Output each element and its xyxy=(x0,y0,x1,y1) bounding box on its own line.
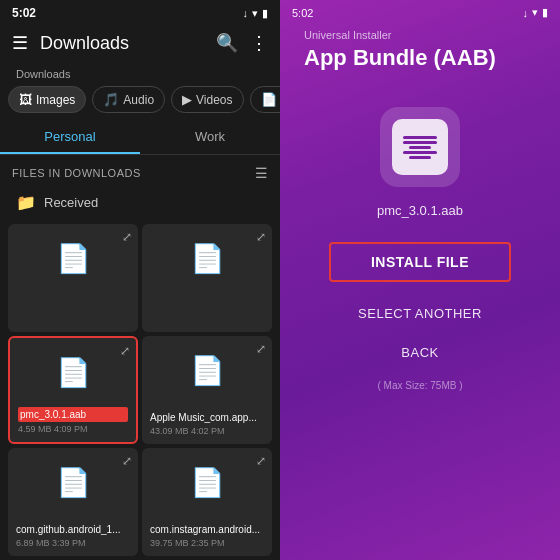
category-tab-audio[interactable]: 🎵 Audio xyxy=(92,86,165,113)
files-grid: ⤢ 📄 ⤢ 📄 ⤢ 📄 pmc_3.0.1.aab 4.59 MB 4:09 P… xyxy=(0,220,280,560)
file-doc-icon-2: 📄 xyxy=(150,242,264,275)
icon-line-1 xyxy=(403,136,437,139)
app-file-name: pmc_3.0.1.aab xyxy=(377,203,463,218)
right-signal-icon: ▮ xyxy=(542,6,548,19)
category-tab-documents[interactable]: 📄 Documents xyxy=(250,86,280,113)
file-doc-icon-1: 📄 xyxy=(16,242,130,275)
max-size-label: ( Max Size: 75MB ) xyxy=(377,380,462,391)
file-item-2[interactable]: ⤢ 📄 xyxy=(142,224,272,332)
right-panel: 5:02 ↓ ▾ ▮ Universal Installer App Bundl… xyxy=(280,0,560,560)
left-signal-icon: ▮ xyxy=(262,7,268,20)
file-doc-icon-5: 📄 xyxy=(16,466,130,499)
file-item-1[interactable]: ⤢ 📄 xyxy=(8,224,138,332)
file-item-pmc[interactable]: ⤢ 📄 pmc_3.0.1.aab 4.59 MB 4:09 PM xyxy=(8,336,138,444)
right-status-bar: 5:02 ↓ ▾ ▮ xyxy=(280,0,560,23)
icon-line-5 xyxy=(409,156,431,159)
left-wifi-icon: ▾ xyxy=(252,7,258,20)
left-status-icons: ↓ ▾ ▮ xyxy=(243,7,269,20)
left-status-bar: 5:02 ↓ ▾ ▮ xyxy=(0,0,280,24)
right-status-icons: ↓ ▾ ▮ xyxy=(523,6,549,19)
videos-tab-label: Videos xyxy=(196,93,232,107)
file-meta-instagram: 39.75 MB 2:35 PM xyxy=(150,538,264,548)
tab-work[interactable]: Work xyxy=(140,121,280,154)
expand-icon-6: ⤢ xyxy=(256,454,266,468)
page-title: Downloads xyxy=(40,33,204,54)
images-tab-label: Images xyxy=(36,93,75,107)
icon-line-3 xyxy=(409,146,431,149)
expand-icon-1: ⤢ xyxy=(122,230,132,244)
expand-icon-2: ⤢ xyxy=(256,230,266,244)
category-tabs: 🖼 Images 🎵 Audio ▶ Videos 📄 Documents xyxy=(0,86,280,121)
file-name-apple-music: Apple Music_com.app... xyxy=(150,411,264,424)
file-meta-apple-music: 43.09 MB 4:02 PM xyxy=(150,426,264,436)
install-file-button[interactable]: INSTALL FILE xyxy=(329,242,511,282)
right-time: 5:02 xyxy=(292,7,313,19)
view-tabs: Personal Work xyxy=(0,121,280,155)
app-icon xyxy=(392,119,448,175)
file-item-apple-music[interactable]: ⤢ 📄 Apple Music_com.app... 43.09 MB 4:02… xyxy=(142,336,272,444)
right-wifi-icon: ▾ xyxy=(532,6,538,19)
icon-line-4 xyxy=(403,151,437,154)
section-label: Downloads xyxy=(0,66,280,86)
received-folder-row[interactable]: 📁 Received xyxy=(0,187,280,220)
left-header: ☰ Downloads 🔍 ⋮ xyxy=(0,24,280,66)
menu-icon[interactable]: ☰ xyxy=(8,28,32,58)
file-meta-pmc: 4.59 MB 4:09 PM xyxy=(18,424,128,434)
file-item-github[interactable]: ⤢ 📄 com.github.android_1... 6.89 MB 3:39… xyxy=(8,448,138,556)
more-options-icon[interactable]: ⋮ xyxy=(246,28,272,58)
file-doc-icon-3: 📄 xyxy=(18,356,128,389)
audio-tab-icon: 🎵 xyxy=(103,92,119,107)
left-time: 5:02 xyxy=(12,6,36,20)
file-name-pmc: pmc_3.0.1.aab xyxy=(18,407,128,422)
audio-tab-label: Audio xyxy=(123,93,154,107)
documents-tab-icon: 📄 xyxy=(261,92,277,107)
file-doc-icon-6: 📄 xyxy=(150,466,264,499)
images-tab-icon: 🖼 xyxy=(19,92,32,107)
right-download-icon: ↓ xyxy=(523,7,529,19)
folder-icon: 📁 xyxy=(16,193,36,212)
file-name-github: com.github.android_1... xyxy=(16,523,130,536)
file-doc-icon-4: 📄 xyxy=(150,354,264,387)
icon-line-2 xyxy=(403,141,437,144)
left-download-icon: ↓ xyxy=(243,7,249,19)
back-button[interactable]: BACK xyxy=(385,337,454,368)
select-another-button[interactable]: SELECT ANOTHER xyxy=(342,298,498,329)
universal-installer-label: Universal Installer xyxy=(280,29,391,41)
expand-icon-5: ⤢ xyxy=(122,454,132,468)
files-view-toggle-icon[interactable]: ☰ xyxy=(255,165,268,181)
category-tab-videos[interactable]: ▶ Videos xyxy=(171,86,243,113)
search-icon[interactable]: 🔍 xyxy=(212,28,242,58)
file-meta-github: 6.89 MB 3:39 PM xyxy=(16,538,130,548)
received-label: Received xyxy=(44,195,98,210)
app-icon-container xyxy=(380,107,460,187)
left-panel: 5:02 ↓ ▾ ▮ ☰ Downloads 🔍 ⋮ Downloads 🖼 I… xyxy=(0,0,280,560)
right-title: App Bundle (AAB) xyxy=(280,45,496,71)
file-item-instagram[interactable]: ⤢ 📄 com.instagram.android... 39.75 MB 2:… xyxy=(142,448,272,556)
expand-icon-3: ⤢ xyxy=(120,344,130,358)
category-tab-images[interactable]: 🖼 Images xyxy=(8,86,86,113)
files-header: FILES IN DOWNLOADS ☰ xyxy=(0,159,280,187)
videos-tab-icon: ▶ xyxy=(182,92,192,107)
file-name-instagram: com.instagram.android... xyxy=(150,523,264,536)
tab-personal[interactable]: Personal xyxy=(0,121,140,154)
files-in-downloads-label: FILES IN DOWNLOADS xyxy=(12,167,141,179)
expand-icon-4: ⤢ xyxy=(256,342,266,356)
header-action-icons: 🔍 ⋮ xyxy=(212,28,272,58)
